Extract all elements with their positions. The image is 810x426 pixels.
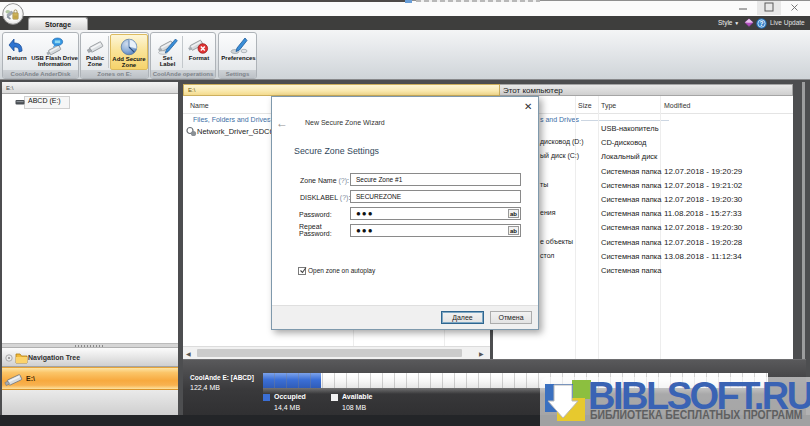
svg-text:?: ? (760, 20, 764, 27)
